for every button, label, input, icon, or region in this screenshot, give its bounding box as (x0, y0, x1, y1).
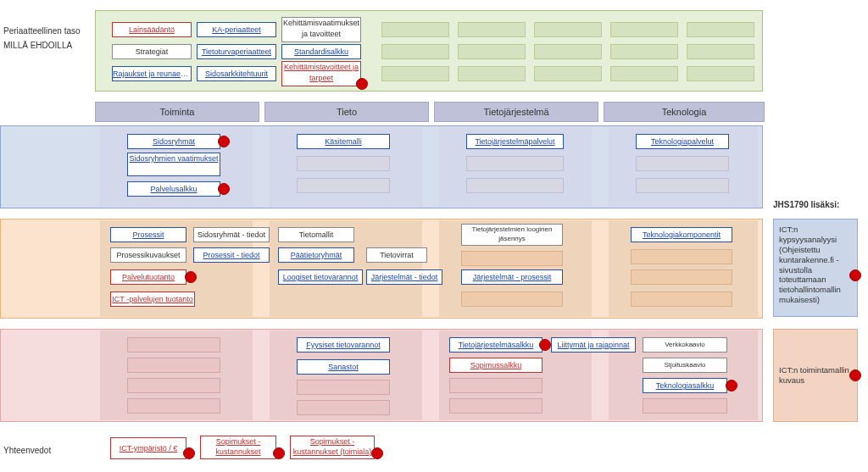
cell-ka-periaatteet[interactable]: KA-periaatteet (197, 22, 276, 37)
empty (449, 398, 542, 414)
empty (636, 156, 729, 171)
cell-sidosryhmat-tiedot: Sidosryhmät - tiedot (193, 227, 270, 242)
empty (458, 66, 526, 81)
cell-palvelutuotanto[interactable]: Palvelutuotanto (110, 269, 186, 285)
empty (127, 358, 220, 373)
cell-tietojarjestelmasalkku[interactable]: Tietojärjestelmäsalkku (449, 337, 542, 353)
cell-sopimukset-kustannukset[interactable]: Sopimukset - kustannukset (200, 436, 276, 459)
cell-sopimukset-kustannukset-toimiala[interactable]: Sopimukset - kustannukset (toimiala) (290, 436, 375, 459)
dot-ict-ymparisto (183, 447, 195, 459)
cell-sopimussalkku[interactable]: Sopimussalkku (449, 358, 542, 373)
empty (127, 398, 220, 414)
col-head-toiminta: Toiminta (95, 102, 259, 122)
cell-tietojarjestelmapalvelut[interactable]: Tietojärjestelmäpalvelut (466, 134, 564, 149)
cell-ict-palvelujen-tuotanto[interactable]: ICT -palvelujen tuotanto (110, 292, 195, 307)
empty (610, 44, 678, 59)
cell-prosessit[interactable]: Prosessit (110, 227, 186, 242)
dot-side1 (849, 269, 861, 281)
cell-rajaukset[interactable]: Rajaukset ja reunaehdot (112, 66, 192, 81)
cell-teknologiakomponentit[interactable]: Teknologiakomponentit (631, 227, 732, 242)
cell-lainsaadanto[interactable]: Lainsäädäntö (112, 22, 192, 37)
empty (381, 22, 449, 37)
side-box1-text: ICT:n kypsyysanalyysi (Ohjeistettu kunta… (779, 225, 841, 304)
empty (631, 249, 732, 264)
dot-kehittamistavoitteet (356, 78, 368, 90)
empty (610, 66, 678, 81)
empty (381, 44, 449, 59)
empty (466, 178, 564, 193)
empty (534, 66, 602, 81)
row1-title: Periaatteellinen taso (3, 25, 88, 36)
cell-sidosarkkitehtuurit[interactable]: Sidosarkkitehtuurit (197, 66, 276, 81)
cell-fyysiset-tietovarannot[interactable]: Fyysiset tietovarannot (297, 337, 390, 353)
empty (297, 380, 390, 395)
cell-kasitemalli[interactable]: Käsitemalli (297, 134, 390, 149)
empty (643, 398, 727, 414)
empty (381, 66, 449, 81)
empty (458, 22, 526, 37)
empty (127, 337, 220, 353)
side-box-kypsyysanalyysi: ICT:n kypsyysanalyysi (Ohjeistettu kunta… (773, 219, 858, 317)
cell-kehittamistavoitteet[interactable]: Kehittämistavoitteet ja tarpeet (281, 61, 361, 86)
dot-palvelutuotanto (185, 271, 197, 283)
cell-tj-looginen-jasennys: Tietojärjestelmien looginen jäsennys (461, 224, 563, 246)
empty (610, 22, 678, 37)
empty (449, 378, 542, 393)
cell-kehittamisvaatimukset: Kehittämisvaatimukset ja tavoitteet (281, 17, 361, 42)
empty (687, 66, 754, 81)
side-title: JHS1790 lisäksi: (773, 200, 839, 209)
cell-tietoturvaperiaatteet[interactable]: Tietoturvaperiaatteet (197, 44, 276, 59)
empty (534, 22, 602, 37)
empty (636, 178, 729, 193)
empty (461, 292, 563, 307)
empty (687, 22, 754, 37)
dot-tj-salkku (539, 339, 551, 351)
dot-side2 (849, 369, 861, 381)
cell-sidosryhmat[interactable]: Sidosryhmät (127, 134, 220, 149)
empty (466, 156, 564, 171)
empty (534, 44, 602, 59)
cell-teknologiapalvelut[interactable]: Teknologiapalvelut (636, 134, 729, 149)
cell-verkkokaavio: Verkkokaavio (643, 337, 727, 353)
side-box2-text: ICT:n toimintamallin kuvaus (779, 365, 852, 386)
empty (297, 156, 390, 171)
cell-sanastot[interactable]: Sanastot (297, 359, 390, 375)
cell-standardisalkku[interactable]: Standardisalkku (281, 44, 361, 59)
col-head-teknologia: Teknologia (604, 102, 765, 122)
dot-sopimukset-kustannukset-toimiala (371, 447, 383, 459)
empty (297, 400, 390, 415)
empty (458, 44, 526, 59)
col-head-tietojarjestelma: Tietojärjestelmä (434, 102, 598, 122)
empty (297, 178, 390, 193)
dot-teknologiasalkku (726, 380, 737, 391)
empty (631, 292, 732, 307)
side-box-toimintamalli: ICT:n toimintamallin kuvaus (773, 329, 858, 422)
cell-tietomallit: Tietomallit (278, 227, 354, 242)
dot-sidosryhmat (218, 136, 230, 147)
cell-liittymat-rajapinnat[interactable]: Liittymät ja rajapinnat (551, 337, 636, 353)
cell-loogiset-tietovarannot[interactable]: Loogiset tietovarannot (278, 269, 363, 285)
row5-title: Yhteenvedot (3, 445, 88, 456)
cell-palvelusalkku[interactable]: Palvelusalkku (127, 181, 220, 197)
dot-palvelusalkku (218, 183, 230, 195)
cell-jarjestelmat-tiedot[interactable]: Järjestelmät - tiedot (366, 269, 442, 285)
dot-sopimukset-kustannukset (273, 447, 285, 459)
empty (631, 269, 732, 285)
row1-sub: MILLÄ EHDOILLA (3, 40, 88, 51)
cell-paatietoryhmat[interactable]: Päätietoryhmät (278, 247, 354, 263)
empty (687, 44, 754, 59)
cell-teknologiasalkku[interactable]: Teknologiasalkku (643, 378, 727, 393)
cell-sijoituskaavio: Sijoituskaavio (643, 358, 727, 373)
col-head-tieto: Tieto (264, 102, 429, 122)
cell-sidosryhmien-vaatimukset[interactable]: Sidosryhmien vaatimukset (127, 153, 220, 176)
cell-tietovirrat: Tietovirrat (366, 247, 427, 263)
empty (127, 378, 220, 393)
cell-prosessikuvaukset: Prosessikuvaukset (110, 247, 186, 263)
cell-strategiat: Strategiat (112, 44, 192, 59)
empty (461, 251, 563, 266)
cell-jarjestelmat-prosessit[interactable]: Järjestelmät - prosessit (461, 269, 563, 285)
cell-ict-ymparisto[interactable]: ICT-ympäristö / € (110, 437, 186, 459)
cell-prosessit-tiedot[interactable]: Prosessit - tiedot (193, 247, 270, 263)
